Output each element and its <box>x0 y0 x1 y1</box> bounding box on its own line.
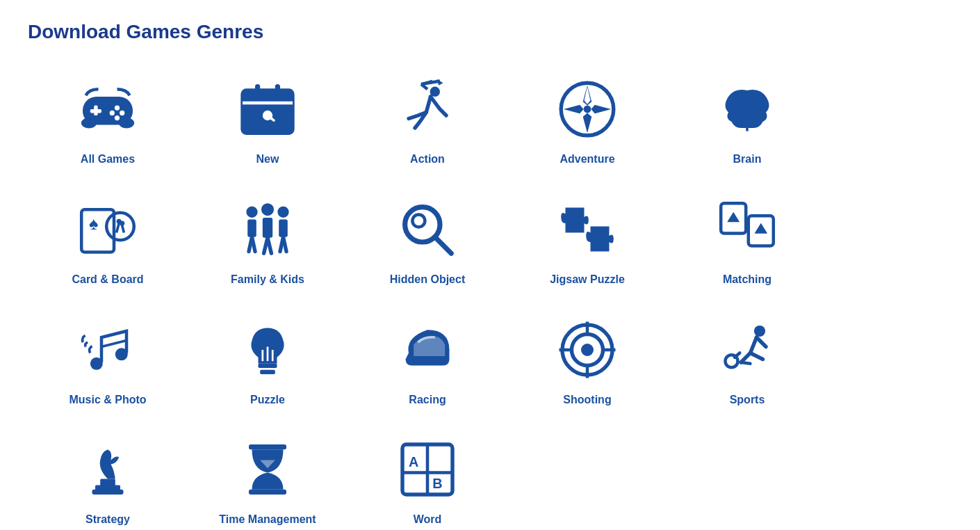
hourglass-icon <box>233 435 302 504</box>
svg-line-36 <box>252 237 256 252</box>
genre-item-matching[interactable]: Matching <box>667 184 827 298</box>
family-icon <box>233 195 302 264</box>
svg-point-37 <box>261 203 274 216</box>
genre-item-shooting[interactable]: Shooting <box>507 305 667 418</box>
music-icon <box>73 315 142 385</box>
genre-item-adventure[interactable]: Adventure <box>507 64 667 177</box>
svg-rect-14 <box>275 84 280 97</box>
genre-label-adventure: Adventure <box>560 152 614 167</box>
chess-icon <box>73 435 142 504</box>
genre-item-action[interactable]: Action <box>348 64 507 177</box>
genre-label-sports: Sports <box>730 393 765 408</box>
svg-point-8 <box>119 118 134 128</box>
genre-label-time-management: Time Management <box>219 513 316 527</box>
lightbulb-icon <box>233 315 302 385</box>
genre-item-new[interactable]: New <box>188 64 348 177</box>
genre-item-racing[interactable]: Racing <box>348 305 507 418</box>
svg-marker-52 <box>755 223 767 233</box>
genre-item-all-games[interactable]: All Games <box>28 64 188 177</box>
genre-label-card-board: Card & Board <box>72 273 143 287</box>
genre-item-card-board[interactable]: ♠ Card & Board <box>28 184 188 298</box>
svg-point-3 <box>115 106 120 111</box>
svg-point-32 <box>120 220 124 225</box>
svg-point-5 <box>110 111 115 115</box>
svg-text:A: A <box>409 454 418 469</box>
svg-point-54 <box>90 357 103 369</box>
svg-point-4 <box>120 111 124 115</box>
word-icon: A B <box>393 435 462 504</box>
action-icon <box>393 74 462 144</box>
svg-point-6 <box>115 115 120 120</box>
svg-text:♠: ♠ <box>89 214 98 233</box>
svg-point-47 <box>412 214 425 227</box>
svg-point-63 <box>581 344 594 356</box>
helmet-icon <box>393 315 462 385</box>
svg-rect-2 <box>90 109 101 113</box>
svg-marker-49 <box>727 212 740 222</box>
svg-rect-74 <box>249 444 286 449</box>
genre-item-music-photo[interactable]: Music & Photo <box>28 305 188 418</box>
genre-item-hidden-object[interactable]: Hidden Object <box>348 184 507 298</box>
compass-icon <box>553 74 622 144</box>
genre-item-sports[interactable]: Sports <box>667 305 827 418</box>
svg-point-33 <box>246 206 257 217</box>
genre-item-brain[interactable]: Brain <box>667 64 827 177</box>
page-title: Download Games Genres <box>28 21 952 43</box>
genre-label-action: Action <box>410 152 445 167</box>
genre-label-strategy: Strategy <box>85 513 130 527</box>
svg-marker-24 <box>564 105 584 114</box>
genre-item-strategy[interactable]: Strategy <box>28 424 188 530</box>
genre-label-racing: Racing <box>409 393 446 408</box>
genre-item-jigsaw-puzzle[interactable]: Jigsaw Puzzle <box>507 184 667 298</box>
genre-label-jigsaw-puzzle: Jigsaw Puzzle <box>550 273 625 287</box>
svg-rect-73 <box>100 479 115 488</box>
svg-line-46 <box>435 237 451 253</box>
svg-marker-23 <box>583 113 592 133</box>
svg-marker-25 <box>591 105 611 114</box>
genre-item-word[interactable]: A B Word <box>348 424 507 530</box>
brain-icon <box>712 74 782 144</box>
genre-label-puzzle: Puzzle <box>250 393 285 408</box>
svg-point-41 <box>277 206 288 217</box>
matching-icon <box>712 195 782 264</box>
svg-rect-42 <box>279 219 288 236</box>
gamepad-icon <box>73 74 142 144</box>
genre-item-time-management[interactable]: Time Management <box>188 424 348 530</box>
svg-line-40 <box>268 237 271 253</box>
svg-point-7 <box>81 118 97 128</box>
svg-point-55 <box>115 348 128 360</box>
svg-point-30 <box>106 212 134 240</box>
genre-item-puzzle[interactable]: Puzzle <box>188 305 348 418</box>
sports-icon <box>712 315 782 385</box>
genre-label-new: New <box>256 152 279 167</box>
genre-label-matching: Matching <box>723 273 771 287</box>
svg-rect-56 <box>259 363 277 367</box>
genre-label-brain: Brain <box>733 152 762 167</box>
genre-item-family-kids[interactable]: Family & Kids <box>188 184 348 298</box>
genre-label-word: Word <box>414 513 442 527</box>
cards-icon: ♠ <box>73 195 142 264</box>
svg-rect-34 <box>247 219 256 236</box>
svg-line-53 <box>101 340 126 346</box>
svg-point-68 <box>754 325 765 336</box>
magnify-icon <box>393 195 462 264</box>
svg-text:B: B <box>432 476 442 491</box>
target-icon <box>553 315 622 385</box>
genre-label-all-games: All Games <box>81 152 135 167</box>
svg-point-26 <box>584 106 591 113</box>
svg-rect-13 <box>255 84 260 97</box>
genre-label-shooting: Shooting <box>563 393 611 408</box>
svg-rect-38 <box>263 218 272 238</box>
genre-label-hidden-object: Hidden Object <box>390 273 465 287</box>
svg-rect-75 <box>249 490 286 495</box>
genres-grid: All Games New Action Adventure B <box>28 64 952 530</box>
svg-rect-57 <box>260 369 275 374</box>
svg-line-70 <box>741 362 751 364</box>
puzzle-icon <box>553 195 622 264</box>
svg-line-44 <box>284 237 287 252</box>
genre-label-family-kids: Family & Kids <box>231 273 304 287</box>
genre-label-music-photo: Music & Photo <box>69 393 146 408</box>
calendar-icon <box>233 74 302 144</box>
